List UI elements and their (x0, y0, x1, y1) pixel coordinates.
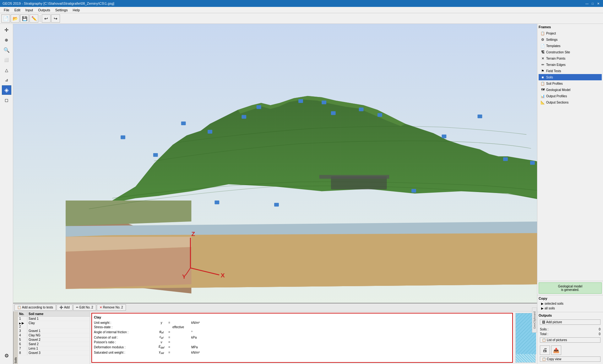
copy-title: Copy (539, 297, 602, 300)
table-row[interactable]: 8 Gravel 3 (18, 351, 90, 355)
svg-rect-17 (153, 153, 158, 157)
zoom-tool[interactable]: 🔍 (2, 45, 11, 55)
copy-view-button[interactable]: 📋 Copy view (540, 356, 600, 362)
detail-row-deformation: Deformation modulus : Edef = MPa (94, 345, 510, 349)
copy-all-soils[interactable]: ▶ all soils (539, 306, 602, 311)
frame-output-profiles[interactable]: 📊 Output Profiles (539, 93, 602, 99)
add-picture-button[interactable]: 🖼 Add picture (540, 319, 600, 325)
svg-rect-23 (274, 203, 279, 206)
svg-rect-24 (298, 99, 303, 103)
table-row[interactable]: 4 Clay NG (18, 333, 90, 338)
svg-rect-25 (322, 100, 326, 104)
soil-table-body: 1 Sand 1 ▶ 2 Clay 3 Gravel 1 4 (18, 317, 90, 364)
svg-rect-28 (378, 113, 382, 117)
terrain-points-icon: ✕ (541, 56, 545, 61)
remove-icon: ✕ (100, 306, 102, 309)
table-row[interactable]: 7 Lens 1 (18, 346, 90, 351)
triangle-right-icon2: ▶ (541, 307, 544, 310)
print-controls: 🖨 📤 (539, 345, 602, 356)
menu-bar: File Edit Input Outputs Settings Help (0, 7, 603, 13)
settings-icon: ⚙ (541, 37, 545, 42)
add-according-tests-button[interactable]: 📋 Add according to tests (14, 304, 56, 311)
copy-view-icon: 📋 (542, 357, 546, 361)
frame-project[interactable]: 📋 Project (539, 30, 602, 36)
minimize-button[interactable]: — (585, 1, 589, 6)
field-tests-icon: ⚑ (541, 69, 545, 73)
center-area: Z X Y 📋 Add according to tests ➕ Add ✏ E… (13, 24, 537, 364)
menu-input[interactable]: Input (23, 8, 35, 13)
copy-selected-soils[interactable]: ▶ selected soils (539, 301, 602, 306)
table-row[interactable]: ▶ 2 Clay (18, 321, 90, 329)
print-button[interactable]: 🖨 (540, 345, 550, 355)
remove-soil-button[interactable]: ✕ Remove No. 2 (97, 304, 126, 311)
left-toolbar: ✛ ⊕ 🔍 ⬜ △ ⊿ ◈ ◻ ⚙ (0, 24, 13, 364)
edit-button[interactable]: ✏️ (30, 14, 38, 23)
detail-row-unit-weight: Unit weight : γ = kN/m³ (94, 321, 510, 324)
rotate-tool[interactable]: ⊕ (2, 35, 11, 45)
svg-rect-26 (331, 111, 336, 115)
triangle-tool[interactable]: △ (2, 65, 11, 75)
add-soil-button[interactable]: ➕ Add (57, 304, 73, 311)
frame-construction-site[interactable]: 🏗 Construction Site (539, 49, 602, 55)
output-profiles-icon: 📊 (541, 94, 545, 98)
templates-icon: 📄 (541, 44, 545, 48)
frame-soil-profiles[interactable]: 📋 Soil Profiles (539, 80, 602, 87)
svg-rect-33 (530, 161, 535, 165)
menu-file[interactable]: File (1, 8, 12, 13)
3d-viewport[interactable]: Z X Y (13, 24, 537, 303)
frame-templates[interactable]: 📄 Templates (539, 43, 602, 49)
frame-field-tests[interactable]: ⚑ Field Tests (539, 68, 602, 74)
new-button[interactable]: 📄 (1, 14, 10, 23)
select-tool[interactable]: ⬜ (2, 55, 11, 65)
settings-tool[interactable]: ⚙ (2, 351, 11, 360)
frame-terrain-edges[interactable]: ✏ Terrain Edges (539, 62, 602, 68)
app-title: GEO5 2019 - Stratigraphy [C:\Stahovat\St… (3, 2, 114, 5)
menu-outputs[interactable]: Outputs (35, 8, 53, 13)
main-layout: ✛ ⊕ 🔍 ⬜ △ ⊿ ◈ ◻ ⚙ (0, 24, 603, 364)
table-row[interactable]: 3 Gravel 1 (18, 329, 90, 333)
add-picture-icon: 🖼 (542, 320, 545, 324)
maximize-button[interactable]: □ (590, 1, 595, 6)
list-icon: 📋 (542, 338, 546, 342)
detail-row-stress-state: Stress-state : effective (94, 325, 510, 329)
2d-view-tool[interactable]: ◻ (2, 95, 11, 105)
table-row[interactable]: 6 Sand 2 (18, 342, 90, 346)
frame-settings[interactable]: ⚙ Settings (539, 36, 602, 43)
soil-detail-panel: Clay Unit weight : γ = kN/m³ Stress-stat… (91, 313, 513, 363)
frame-output-sections[interactable]: 📐 Output Sections (539, 99, 602, 105)
terrain-scene: Z X Y (13, 24, 537, 303)
undo-button[interactable]: ↩ (42, 14, 51, 23)
soil-detail-name: Clay (94, 315, 510, 319)
geoclipboard-label: GeoClipboard (532, 308, 537, 333)
export-button[interactable]: 📤 (551, 345, 561, 355)
close-button[interactable]: ✕ (596, 1, 600, 6)
outputs-title: Outputs (539, 313, 602, 317)
open-button[interactable]: 📂 (11, 14, 19, 23)
svg-rect-21 (242, 115, 246, 119)
edit-icon: ✏ (76, 306, 79, 309)
pan-tool[interactable]: ✛ (2, 25, 11, 35)
3d-view-tool[interactable]: ◈ (2, 85, 11, 95)
table-row[interactable]: 5 Gravel 2 (18, 338, 90, 342)
list-pictures-button[interactable]: 📋 List of pictures (540, 337, 600, 343)
edit-soil-button[interactable]: ✏ Edit No. 2 (73, 304, 96, 311)
menu-help[interactable]: Help (70, 8, 82, 13)
soils-tab[interactable]: Soils (13, 312, 18, 364)
svg-rect-29 (411, 189, 416, 193)
frame-terrain-points[interactable]: ✕ Terrain Points (539, 55, 602, 62)
save-button[interactable]: 💾 (20, 14, 29, 23)
edge-tool[interactable]: ⊿ (2, 75, 11, 85)
soil-table-header: No. Soil name (18, 312, 90, 317)
add-tests-icon: 📋 (17, 306, 21, 309)
table-row[interactable]: 1 Sand 1 (18, 317, 90, 321)
menu-edit[interactable]: Edit (12, 8, 23, 13)
output-sections-icon: 📐 (541, 100, 545, 104)
geological-model-icon: 🗺 (541, 88, 545, 92)
svg-rect-22 (257, 105, 261, 109)
soil-profiles-icon: 📋 (541, 81, 545, 86)
frame-geological-model[interactable]: 🗺 Geological Model (539, 87, 602, 93)
menu-settings[interactable]: Settings (53, 8, 70, 13)
redo-button[interactable]: ↪ (51, 14, 60, 23)
toolbar: 📄 📂 💾 ✏️ ↩ ↪ (0, 13, 603, 24)
frame-soils[interactable]: ■ Soils (539, 74, 602, 80)
